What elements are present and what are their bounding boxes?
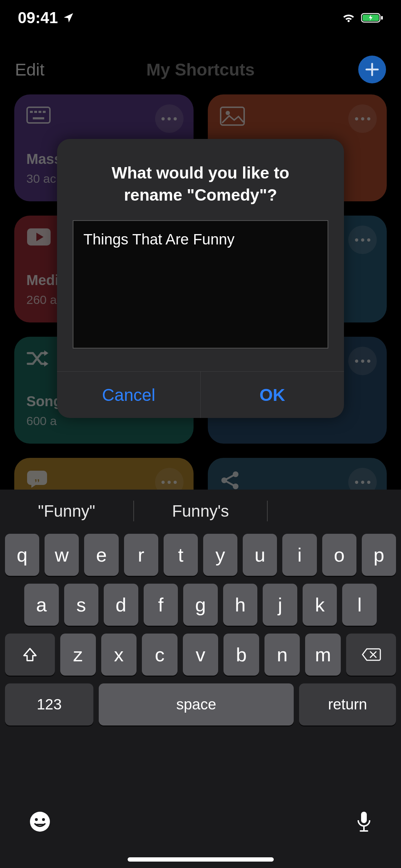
alert-title: What would you like to rename "Comedy"? (57, 139, 344, 220)
key-s[interactable]: s (64, 584, 99, 626)
status-bar: 09:41 (0, 0, 401, 36)
svg-point-17 (30, 812, 50, 832)
key-e[interactable]: e (84, 534, 118, 576)
svg-rect-16 (381, 16, 383, 20)
key-i[interactable]: i (282, 534, 317, 576)
alert-title-line: What would you like to (112, 164, 289, 182)
emoji-key[interactable] (29, 810, 51, 833)
wifi-icon (341, 12, 356, 24)
key-g[interactable]: g (183, 584, 218, 626)
key-o[interactable]: o (322, 534, 356, 576)
suggestion[interactable]: Funny's (134, 501, 267, 521)
svg-rect-20 (361, 812, 367, 823)
key-p[interactable]: p (362, 534, 396, 576)
suggestion-separator (267, 501, 268, 521)
key-c[interactable]: c (142, 634, 178, 676)
location-icon (63, 12, 74, 23)
plus-icon (365, 62, 379, 77)
key-w[interactable]: w (45, 534, 79, 576)
key-d[interactable]: d (104, 584, 138, 626)
status-time: 09:41 (18, 9, 58, 27)
microphone-icon (355, 810, 372, 833)
return-key[interactable]: return (299, 683, 396, 725)
emoji-icon (29, 810, 51, 833)
key-x[interactable]: x (101, 634, 137, 676)
dictation-key[interactable] (355, 810, 372, 833)
edit-button[interactable]: Edit (15, 60, 45, 79)
cancel-button[interactable]: Cancel (57, 372, 200, 418)
key-h[interactable]: h (223, 584, 258, 626)
add-shortcut-button[interactable] (358, 56, 386, 83)
key-y[interactable]: y (203, 534, 237, 576)
key-k[interactable]: k (303, 584, 337, 626)
key-r[interactable]: r (124, 534, 158, 576)
svg-point-18 (35, 818, 38, 821)
rename-alert: What would you like to rename "Comedy"? … (57, 139, 344, 418)
key-q[interactable]: q (5, 534, 39, 576)
key-l[interactable]: l (342, 584, 377, 626)
key-z[interactable]: z (60, 634, 96, 676)
key-b[interactable]: b (223, 634, 259, 676)
key-v[interactable]: v (183, 634, 219, 676)
keyboard-suggestions: "Funny" Funny's (0, 490, 401, 532)
alert-title-line: rename "Comedy"? (124, 186, 277, 204)
key-m[interactable]: m (305, 634, 341, 676)
key-j[interactable]: j (263, 584, 297, 626)
keyboard: "Funny" Funny's qwertyuiop asdfghjkl zxc… (0, 490, 401, 868)
home-indicator[interactable] (128, 857, 274, 862)
key-f[interactable]: f (144, 584, 178, 626)
backspace-key[interactable] (346, 634, 396, 676)
suggestion[interactable]: "Funny" (0, 501, 133, 521)
svg-point-19 (42, 818, 45, 821)
space-key[interactable]: space (99, 683, 294, 725)
key-t[interactable]: t (164, 534, 198, 576)
ok-button[interactable]: OK (201, 372, 344, 418)
rename-input[interactable] (73, 220, 328, 348)
shift-key[interactable] (5, 634, 55, 676)
key-u[interactable]: u (243, 534, 277, 576)
battery-charging-icon (361, 12, 383, 23)
backspace-icon (361, 647, 381, 662)
key-a[interactable]: a (24, 584, 59, 626)
shift-icon (22, 646, 38, 663)
numbers-key[interactable]: 123 (5, 683, 93, 725)
key-n[interactable]: n (264, 634, 300, 676)
